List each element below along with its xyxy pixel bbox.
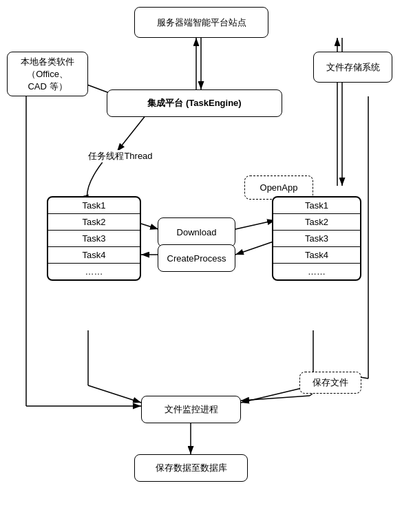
left-task4: Task4 bbox=[48, 247, 140, 264]
server-platform-node: 服务器端智能平台站点 bbox=[134, 7, 268, 38]
svg-line-7 bbox=[235, 241, 275, 255]
svg-line-15 bbox=[241, 396, 310, 401]
right-task3: Task3 bbox=[273, 231, 360, 247]
svg-line-6 bbox=[235, 220, 275, 229]
file-monitor-node: 文件监控进程 bbox=[141, 396, 241, 423]
left-task1: Task1 bbox=[48, 198, 140, 214]
open-app-label: OpenApp bbox=[260, 182, 298, 193]
svg-line-5 bbox=[141, 224, 158, 229]
create-process-label: CreateProcess bbox=[167, 253, 226, 264]
file-storage-node: 文件存储系统 bbox=[313, 52, 392, 83]
integration-platform-label: 集成平台 (TaskEngine) bbox=[147, 97, 241, 109]
save-file-node: 保存文件 bbox=[299, 372, 361, 394]
left-task3: Task3 bbox=[48, 231, 140, 247]
save-to-db-node: 保存数据至数据库 bbox=[134, 454, 248, 482]
left-dots: …… bbox=[48, 264, 140, 279]
right-task4: Task4 bbox=[273, 247, 360, 264]
file-monitor-label: 文件监控进程 bbox=[165, 403, 218, 416]
integration-platform-node: 集成平台 (TaskEngine) bbox=[107, 89, 282, 117]
download-node: Download bbox=[158, 217, 235, 247]
right-task-list: Task1 Task2 Task3 Task4 …… bbox=[272, 196, 361, 281]
server-platform-label: 服务器端智能平台站点 bbox=[157, 17, 246, 29]
right-task2: Task2 bbox=[273, 214, 360, 231]
save-file-label: 保存文件 bbox=[313, 376, 348, 389]
task-thread-label: 任务线程Thread bbox=[79, 150, 162, 162]
left-task-list: Task1 Task2 Task3 Task4 …… bbox=[47, 196, 141, 281]
local-software-node: 本地各类软件（Office、 CAD 等） bbox=[7, 52, 88, 96]
right-task1: Task1 bbox=[273, 198, 360, 214]
save-to-db-label: 保存数据至数据库 bbox=[156, 462, 227, 474]
local-software-label: 本地各类软件（Office、 CAD 等） bbox=[8, 56, 87, 93]
right-dots: …… bbox=[273, 264, 360, 279]
svg-line-20 bbox=[88, 385, 141, 403]
create-process-node: CreateProcess bbox=[158, 244, 235, 272]
file-storage-label: 文件存储系统 bbox=[326, 61, 380, 74]
left-task2: Task2 bbox=[48, 214, 140, 231]
diagram: 服务器端智能平台站点 本地各类软件（Office、 CAD 等） 文件存储系统 … bbox=[0, 0, 402, 532]
download-label: Download bbox=[177, 227, 217, 237]
